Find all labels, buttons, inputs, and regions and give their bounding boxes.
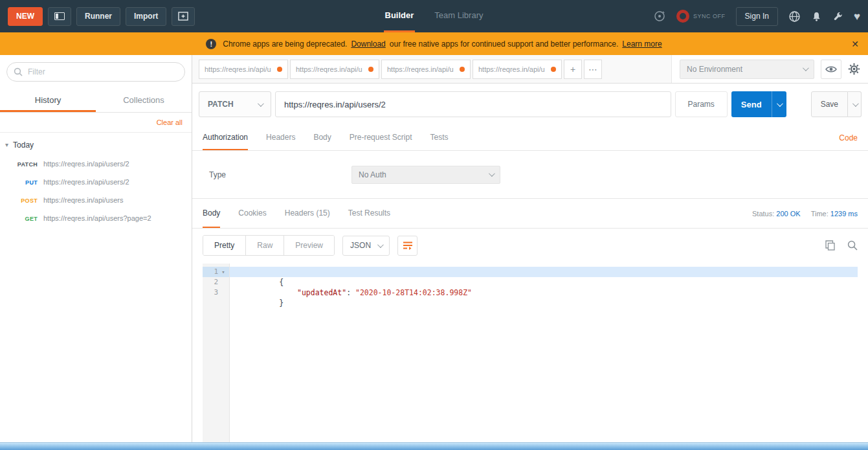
clear-all-row: Clear all <box>0 113 192 133</box>
support-button[interactable]: ♥ <box>854 11 860 22</box>
history-item[interactable]: POST https://reqres.in/api/users <box>0 191 192 209</box>
gutter-line: 2 <box>203 277 229 287</box>
sync-label: SYNC OFF <box>693 13 726 19</box>
clear-all-link[interactable]: Clear all <box>157 118 183 126</box>
params-button[interactable]: Params <box>675 91 728 117</box>
notifications-button[interactable] <box>811 11 822 22</box>
editor-gutter: 1 ▾ 2 3 <box>203 264 230 442</box>
environment-select[interactable]: No Environment <box>680 60 814 79</box>
tab-response-headers[interactable]: Headers (15) <box>285 199 330 228</box>
environment-area: No Environment <box>671 55 868 83</box>
request-tab[interactable]: https://reqres.in/api/u <box>381 60 471 79</box>
history-item[interactable]: PATCH https://reqres.in/api/users/2 <box>0 155 192 173</box>
view-preview-button[interactable]: Preview <box>284 236 334 255</box>
interceptor-icon <box>653 10 666 23</box>
learn-more-link[interactable]: Learn more <box>622 39 662 49</box>
save-button[interactable]: Save <box>811 91 848 117</box>
tab-headers[interactable]: Headers <box>266 125 295 150</box>
code-token: { <box>279 278 284 287</box>
status-label: Status: <box>752 210 774 218</box>
search-response-button[interactable] <box>847 240 858 251</box>
settings-button[interactable] <box>848 63 860 75</box>
sidebar-toggle-button[interactable] <box>48 7 71 26</box>
chevron-down-icon: ▾ <box>5 142 8 148</box>
request-tab[interactable]: https://reqres.in/api/u <box>290 60 379 79</box>
banner-text-2: our free native apps for continued suppo… <box>390 39 619 49</box>
time-value[interactable]: 1239 ms <box>830 210 858 218</box>
history-url: https://reqres.in/api/users/2 <box>43 178 129 186</box>
request-tab[interactable]: https://reqres.in/api/u <box>473 60 562 79</box>
status-value[interactable]: 200 OK <box>776 210 800 218</box>
history-group-today[interactable]: ▾ Today <box>0 133 192 155</box>
response-body-editor[interactable]: 1 ▾ 2 3 { "updatedAt": "2020-10-28T14:02… <box>203 264 858 442</box>
request-tab-label: https://reqres.in/api/u <box>296 65 362 73</box>
tab-authorization[interactable]: Authorization <box>203 125 248 150</box>
new-window-button[interactable] <box>172 7 195 26</box>
unsaved-dot-icon <box>368 67 373 72</box>
wrap-lines-button[interactable] <box>397 236 417 256</box>
history-url: https://reqres.in/api/users?page=2 <box>43 214 151 222</box>
request-tab-label: https://reqres.in/api/u <box>387 65 454 73</box>
add-tab-button[interactable]: + <box>564 60 582 79</box>
tab-body[interactable]: Body <box>313 125 331 150</box>
tab-collections[interactable]: Collections <box>96 89 192 112</box>
save-options-button[interactable] <box>848 91 862 117</box>
tab-history[interactable]: History <box>0 89 96 112</box>
gutter-line: 1 ▾ <box>203 267 229 277</box>
unsaved-dot-icon <box>551 67 556 72</box>
import-button[interactable]: Import <box>126 7 166 26</box>
code-token-key: "updatedAt" <box>297 288 346 297</box>
tools-button[interactable] <box>832 11 843 22</box>
request-tab[interactable]: https://reqres.in/api/u <box>199 60 288 79</box>
code-token-string: "2020-10-28T14:02:38.998Z" <box>355 288 472 297</box>
new-button[interactable]: NEW <box>8 7 43 26</box>
view-pretty-button[interactable]: Pretty <box>203 236 246 255</box>
history-item[interactable]: PUT https://reqres.in/api/users/2 <box>0 173 192 191</box>
tab-response-body[interactable]: Body <box>203 199 220 228</box>
view-mode-group: Pretty Raw Preview <box>203 235 335 256</box>
tab-response-cookies[interactable]: Cookies <box>238 199 266 228</box>
banner-close-button[interactable]: ✕ <box>851 32 859 55</box>
sign-in-button[interactable]: Sign In <box>736 7 778 26</box>
authorization-panel: Type No Auth <box>192 151 868 199</box>
tab-team-library[interactable]: Team Library <box>433 0 484 32</box>
fold-toggle-icon[interactable]: ▾ <box>218 267 228 277</box>
response-headers-label: Headers <box>285 208 314 218</box>
sidebar-tabs: History Collections <box>0 89 192 113</box>
history-method-badge: PUT <box>3 179 38 186</box>
format-select[interactable]: JSON <box>342 236 390 256</box>
top-bar: NEW Runner Import Builder Team Library S… <box>0 0 868 32</box>
environment-preview-button[interactable] <box>821 60 841 79</box>
runner-button[interactable]: Runner <box>76 7 120 26</box>
chevron-down-icon <box>258 100 264 107</box>
copy-response-button[interactable] <box>825 240 836 251</box>
download-link[interactable]: Download <box>351 39 385 49</box>
history-item[interactable]: GET https://reqres.in/api/users?page=2 <box>0 209 192 227</box>
sync-status[interactable]: SYNC OFF <box>676 10 726 23</box>
topbar-right-group: SYNC OFF Sign In ♥ <box>653 7 860 26</box>
editor-code-area[interactable]: { "updatedAt": "2020-10-28T14:02:38.998Z… <box>230 264 858 442</box>
filter-input[interactable] <box>6 62 185 82</box>
globe-button[interactable] <box>788 10 801 23</box>
tab-builder[interactable]: Builder <box>384 0 416 32</box>
tab-tests[interactable]: Tests <box>430 125 448 150</box>
more-tabs-button[interactable]: ⋯ <box>584 60 602 79</box>
tab-test-results[interactable]: Test Results <box>348 199 390 228</box>
auth-type-select[interactable]: No Auth <box>351 166 500 184</box>
code-token: } <box>279 298 284 308</box>
heart-icon: ♥ <box>854 11 860 22</box>
url-input[interactable] <box>275 91 671 117</box>
send-button[interactable]: Send <box>731 91 772 117</box>
response-toolbar-right <box>825 240 858 251</box>
line-number: 1 <box>203 267 218 277</box>
history-list: PATCH https://reqres.in/api/users/2 PUT … <box>0 155 192 227</box>
code-link[interactable]: Code <box>839 133 858 142</box>
interceptor-button[interactable] <box>653 10 666 23</box>
chevron-down-icon <box>803 65 809 71</box>
view-raw-button[interactable]: Raw <box>246 236 284 255</box>
send-options-button[interactable] <box>772 91 786 117</box>
response-headers-count: (15) <box>316 208 329 218</box>
environment-value: No Environment <box>687 65 742 74</box>
tab-pre-request-script[interactable]: Pre-request Script <box>350 125 412 150</box>
method-select[interactable]: PATCH <box>199 91 271 117</box>
